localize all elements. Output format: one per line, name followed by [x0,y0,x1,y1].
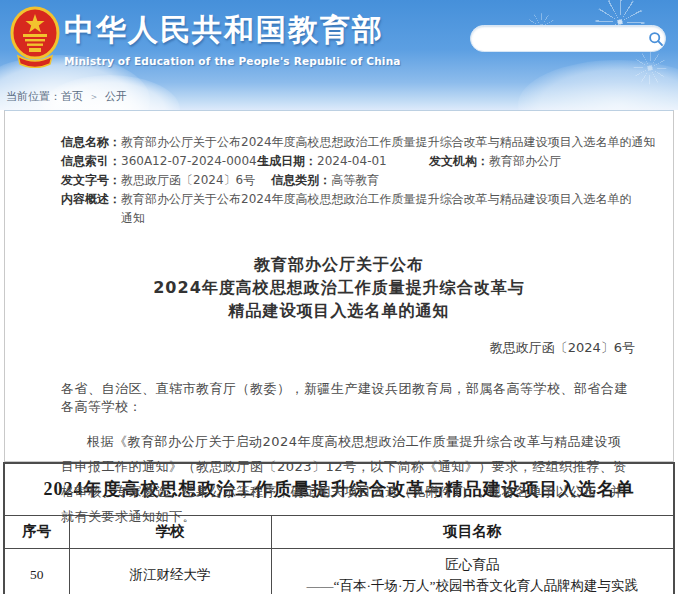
meta-index-value: 360A12-07-2024-0004-1 [121,152,257,171]
document-title-line2: 2024年度高校思想政治工作质量提升综合改革与 [5,276,673,299]
meta-date-label: 生成日期： [257,152,317,171]
meta-index-label: 信息索引： [61,152,121,171]
document-title-line3: 精品建设项目入选名单的通知 [5,299,673,322]
meta-summary-value: 教育部办公厅关于公布2024年度高校思想政治工作质量提升综合改革与精品建设项目入… [121,190,633,228]
meta-name-value: 教育部办公厅关于公布2024年度高校思想政治工作质量提升综合改革与精品建设项目入… [121,133,656,152]
site-subtitle: Ministry of Education of the People's Re… [64,55,401,67]
firework-decoration [630,48,670,88]
search-icon[interactable] [646,25,665,52]
project-name-line1: 匠心育品 [272,554,674,575]
meta-category-value: 高等教育 [331,171,379,190]
cell-no: 50 [4,548,69,594]
document-number: 教思政厅函〔2024〕6号 [5,339,673,357]
meta-row-docno: 发文字号： 教思政厅函〔2024〕6号 信息类别： 高等教育 [61,171,633,190]
site-title: 中华人民共和国教育部 [64,10,401,51]
meta-org-label: 发文机构： [429,152,489,171]
meta-date-value: 2024-04-01 [317,152,413,171]
meta-row-index: 信息索引： 360A12-07-2024-0004-1 生成日期： 2024-0… [61,152,633,171]
search-box[interactable] [470,25,666,52]
document-content-box: 信息名称： 教育部办公厅关于公布2024年度高校思想政治工作质量提升综合改革与精… [4,110,674,462]
search-input[interactable] [471,32,646,46]
document-title: 教育部办公厅关于公布 2024年度高校思想政治工作质量提升综合改革与 精品建设项… [5,253,673,322]
meta-org-value: 教育部办公厅 [489,152,561,171]
breadcrumb-separator: ＞ [89,91,99,102]
meta-docno-label: 发文字号： [61,171,121,190]
site-identity: 中华人民共和国教育部 Ministry of Education of the … [64,10,401,67]
meta-row-name: 信息名称： 教育部办公厅关于公布2024年度高校思想政治工作质量提升综合改革与精… [61,133,633,152]
breadcrumb: 当前位置：首页＞公开 [6,89,127,104]
body-paragraph: 根据《教育部办公厅关于启动2024年度高校思想政治工作质量提升综合改革与精品建设… [5,429,673,529]
page: 中华人民共和国教育部 Ministry of Education of the … [0,0,678,594]
document-title-line1: 教育部办公厅关于公布 [5,253,673,276]
document-meta: 信息名称： 教育部办公厅关于公布2024年度高校思想政治工作质量提升综合改革与精… [5,111,673,228]
cell-project: 匠心育品 ——“百本·千场·万人”校园书香文化育人品牌构建与实践 [271,548,674,594]
breadcrumb-home-link[interactable]: 首页 [61,90,83,103]
meta-name-label: 信息名称： [61,133,121,152]
salutation-paragraph: 各省、自治区、直辖市教育厅（教委），新疆生产建设兵团教育局，部属各高等学校、部省… [5,380,673,416]
cell-school: 浙江财经大学 [69,548,271,594]
table-row: 50 浙江财经大学 匠心育品 ——“百本·千场·万人”校园书香文化育人品牌构建与… [4,548,674,594]
breadcrumb-label: 当前位置： [6,90,61,103]
meta-docno-value: 教思政厅函〔2024〕6号 [121,171,255,190]
breadcrumb-section-link[interactable]: 公开 [105,90,127,103]
meta-row-summary: 内容概述： 教育部办公厅关于公布2024年度高校思想政治工作质量提升综合改革与精… [61,190,633,228]
meta-summary-label: 内容概述： [61,190,121,228]
project-name-line2: ——“百本·千场·万人”校园书香文化育人品牌构建与实践 [272,575,674,594]
site-header: 中华人民共和国教育部 Ministry of Education of the … [0,0,678,110]
national-emblem-icon [10,6,60,68]
meta-category-label: 信息类别： [271,171,331,190]
